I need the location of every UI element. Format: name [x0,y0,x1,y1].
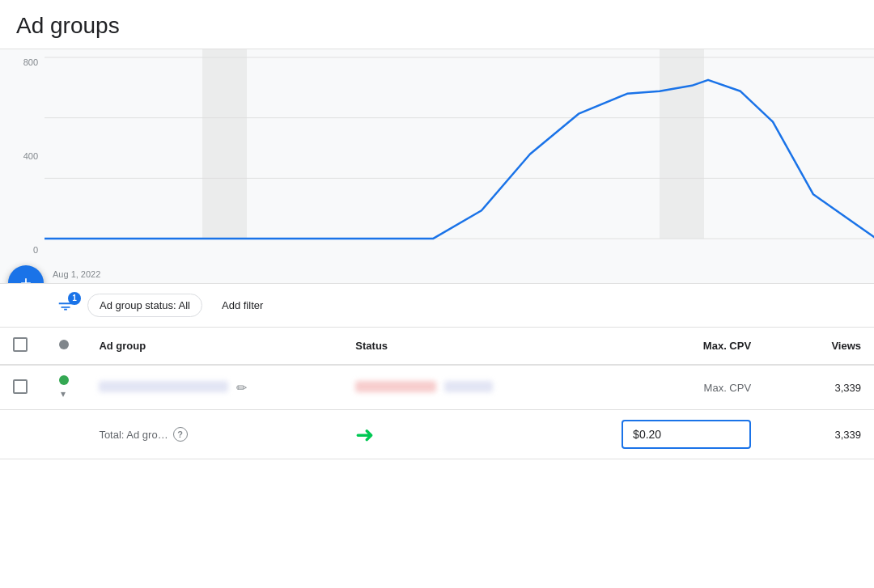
y-axis-labels: 800 400 0 [0,49,45,259]
row-status-dot [59,375,69,385]
page-header: Ad groups [0,0,874,49]
total-maxcpv-cell: $0.20 [581,410,764,459]
total-status-cell: ➜ [342,410,580,459]
row-status-extra [444,381,493,392]
row-checkbox[interactable] [13,379,28,394]
add-filter-button[interactable]: Add filter [215,294,269,316]
total-label-text: Total: Ad gro… [99,429,168,441]
header-status-dot [59,340,69,349]
chart-svg [45,49,874,259]
header-dot-col [46,328,87,365]
total-views-value: 3,339 [834,429,861,441]
filter-badge: 1 [68,292,81,305]
row-maxcpv-value: Max. CPV [704,382,752,394]
row-edit-icon[interactable]: ✏ [236,381,247,395]
y-label-800: 800 [0,57,45,67]
y-label-0: 0 [0,245,45,255]
page-title: Ad groups [16,13,858,39]
select-all-checkbox[interactable] [13,337,28,352]
filter-icon-wrapper[interactable]: 1 [57,297,74,315]
filter-bar: 1 Ad group status: All Add filter [0,284,874,328]
table-row: ▾ ✏ Max. CPV 3,339 [0,365,874,410]
total-maxcpv-highlighted[interactable]: $0.20 [622,420,751,449]
row-adgroup-cell: ✏ [86,365,342,410]
header-maxcpv[interactable]: Max. CPV [581,328,764,365]
ad-group-status-filter[interactable]: Ad group status: All [87,294,202,317]
header-adgroup[interactable]: Ad group [86,328,342,365]
header-checkbox-col [0,328,46,365]
row-status-cell: ▾ [46,365,87,410]
svg-rect-4 [202,49,247,239]
row-views-value: 3,339 [834,382,861,394]
plus-icon: + [20,273,32,284]
row-status-value [355,381,436,392]
chart-area: 800 400 0 Aug 1, 2022 + [0,49,874,284]
row-adgroup-name [99,381,228,392]
total-label-cell: Total: Ad gro… ? [86,410,342,459]
svg-rect-5 [660,49,704,239]
total-dot-cell [46,410,87,459]
total-views-cell: 3,339 [764,410,874,459]
chart-container: 800 400 0 Aug 1, 2022 [0,49,874,283]
y-label-400: 400 [0,151,45,161]
ad-groups-table: Ad group Status Max. CPV Views [0,328,874,459]
table-header-row: Ad group Status Max. CPV Views [0,328,874,365]
x-axis-label: Aug 1, 2022 [53,269,100,279]
header-views[interactable]: Views [764,328,874,365]
row-checkbox-cell [0,365,46,410]
row-views-cell: 3,339 [764,365,874,410]
row-maxcpv-cell: Max. CPV [581,365,764,410]
row-status-value-cell [342,365,580,410]
table-total-row: Total: Ad gro… ? ➜ $0.20 3,339 [0,410,874,459]
row-status-dropdown-arrow[interactable]: ▾ [61,388,66,400]
total-help-icon[interactable]: ? [173,427,188,442]
total-checkbox-cell [0,410,46,459]
table-wrapper: Ad group Status Max. CPV Views [0,328,874,459]
header-status[interactable]: Status [342,328,580,365]
total-arrow-icon: ➜ [355,421,374,448]
